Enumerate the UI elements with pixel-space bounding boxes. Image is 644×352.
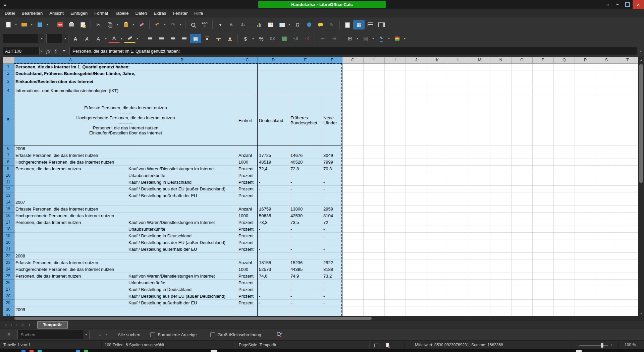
cell-F27[interactable]: - <box>323 286 325 293</box>
cell-E9[interactable]: 72,8 <box>290 166 299 172</box>
formatted-display-checkbox[interactable] <box>150 332 155 337</box>
split-window-icon[interactable] <box>365 20 376 30</box>
menu-daten[interactable]: Daten <box>132 9 151 17</box>
spelling-icon[interactable]: ABC✓ <box>199 20 210 30</box>
collapse-toolbars-button[interactable]: » <box>602 0 612 9</box>
cell-C25[interactable]: Prozent <box>238 273 254 280</box>
cell-C18[interactable]: Prozent <box>238 226 254 233</box>
row-header-13[interactable]: 13 <box>3 192 14 199</box>
cell-F28[interactable]: - <box>323 293 325 300</box>
sum-icon[interactable]: Σ <box>52 47 60 55</box>
underline-icon[interactable]: A <box>93 34 104 43</box>
cell-B25[interactable]: Kauf von Waren/Dienstleistungen im Inter… <box>128 273 215 280</box>
cell-C26[interactable]: Prozent <box>238 280 254 286</box>
column-header-M[interactable]: M <box>469 57 490 64</box>
cell-E7[interactable]: 14676 <box>290 152 303 159</box>
row-header-29[interactable]: 29 <box>3 300 14 306</box>
cell-C21[interactable]: Prozent <box>238 246 254 253</box>
column-header-R[interactable]: R <box>575 57 596 64</box>
cell-D23[interactable]: 18158 <box>259 259 271 266</box>
column-header-J[interactable]: J <box>406 57 427 64</box>
conditional-formatting-icon[interactable] <box>391 34 403 43</box>
taskbar-app-icon[interactable] <box>38 350 42 352</box>
cell-D28[interactable]: - <box>259 293 260 300</box>
menu-ansicht[interactable]: Ansicht <box>46 9 67 17</box>
cell-C10[interactable]: Prozent <box>238 172 254 179</box>
sort-ascending-icon[interactable]: A↓ <box>226 20 237 30</box>
cell-C11[interactable]: Prozent <box>238 179 254 186</box>
cell-E25[interactable]: 74,9 <box>290 273 299 280</box>
cell-D13[interactable]: - <box>259 192 260 199</box>
zoom-out-icon[interactable]: − <box>574 341 577 350</box>
cell-A15[interactable]: Erfasste Personen, die das Internet nutz… <box>15 206 98 213</box>
font-name-dropdown[interactable]: ▾ <box>39 34 45 43</box>
align-right-icon[interactable] <box>167 34 178 43</box>
align-left-icon[interactable] <box>144 34 156 43</box>
cell-E13[interactable]: - <box>290 192 292 199</box>
cell-C27[interactable]: Prozent <box>238 286 254 293</box>
cell-E26[interactable]: - <box>290 280 292 286</box>
border-style-icon[interactable]: ▤ <box>360 34 371 43</box>
cell-D15[interactable]: 16759 <box>259 206 271 213</box>
bold-icon[interactable]: A <box>70 34 81 43</box>
cell-A6[interactable]: 2006 <box>15 145 25 152</box>
show-draw-functions-icon[interactable]: ✎ <box>326 20 337 30</box>
copy-icon[interactable] <box>104 20 116 30</box>
cell-F19[interactable]: - <box>323 233 325 239</box>
cell-A5-merged[interactable]: Erfasste Personen, die das Internet nutz… <box>14 95 237 145</box>
cell-C16[interactable]: 1000 <box>238 213 248 219</box>
cell-F20[interactable]: - <box>323 239 325 246</box>
cell-B11[interactable]: Kauf / Bestellung in Deutschland <box>128 179 192 186</box>
new-document-icon[interactable] <box>3 20 14 30</box>
cell-E21[interactable]: - <box>290 246 292 253</box>
scroll-up-icon[interactable]: ▴ <box>638 57 644 62</box>
last-sheet-icon[interactable]: » <box>20 322 25 327</box>
column-header-F[interactable]: F <box>322 57 342 64</box>
column-header-T[interactable]: T <box>617 57 638 64</box>
column-header-D[interactable]: D <box>258 57 289 64</box>
find-replace-icon[interactable] <box>187 20 199 30</box>
cell-F23[interactable]: 2922 <box>323 259 333 266</box>
cell-C28[interactable]: Prozent <box>238 293 254 300</box>
menu-fenster[interactable]: Fenster <box>169 9 191 17</box>
row-header-9[interactable]: 9 <box>3 166 14 172</box>
zoom-slider[interactable] <box>579 345 608 346</box>
add-sheet-icon[interactable]: + <box>25 322 33 328</box>
cell-C20[interactable]: Prozent <box>238 239 254 246</box>
row-header-12[interactable]: 12 <box>3 186 14 192</box>
new-document-dropdown[interactable]: ▾ <box>14 20 18 30</box>
cell-B27[interactable]: Kauf / Bestellung in Deutschland <box>128 286 192 293</box>
cell-F7[interactable]: 3049 <box>323 152 333 159</box>
row-header-2[interactable]: 2 <box>3 70 14 77</box>
menu-format[interactable]: Format <box>91 9 111 17</box>
maximize-button[interactable] <box>623 0 633 9</box>
font-color-icon[interactable]: A <box>108 35 120 43</box>
cell-F8[interactable]: 7999 <box>323 159 333 166</box>
cell-E11[interactable]: - <box>290 179 292 186</box>
paste-icon[interactable] <box>120 20 131 30</box>
search-history-dropdown[interactable]: ▾ <box>83 330 89 339</box>
row-header-7[interactable]: 7 <box>3 152 14 159</box>
row-header-10[interactable]: 10 <box>3 172 14 179</box>
cell-D10[interactable]: - <box>259 172 260 179</box>
cell-F5[interactable]: Neue Länder <box>323 95 341 145</box>
cell-A23[interactable]: Erfasste Personen, die das Internet nutz… <box>15 259 98 266</box>
cell-C15[interactable]: Anzahl <box>238 206 252 213</box>
row-header-25[interactable]: 25 <box>3 273 14 280</box>
hyperlink-icon[interactable] <box>303 20 315 30</box>
minimize-button[interactable]: − <box>612 0 623 9</box>
row-header-30[interactable]: 30 <box>3 306 14 313</box>
row-header-17[interactable]: 17 <box>3 219 14 226</box>
cell-F11[interactable]: - <box>323 179 325 186</box>
cell-D29[interactable]: - <box>259 300 260 306</box>
add-decimal-icon[interactable]: +,0 <box>290 34 301 43</box>
column-header-E[interactable]: E <box>289 57 322 64</box>
column-header-O[interactable]: O <box>512 57 533 64</box>
cell-C12[interactable]: Prozent <box>238 186 254 192</box>
cell-F13[interactable]: - <box>323 192 325 199</box>
column-header-A[interactable]: A <box>14 57 127 64</box>
merge-center-cells-icon[interactable]: ▦ <box>190 34 201 43</box>
menu-tabelle[interactable]: Tabelle <box>111 9 132 17</box>
cell-D25[interactable]: 74,6 <box>259 273 267 280</box>
cell-E27[interactable]: - <box>290 286 292 293</box>
